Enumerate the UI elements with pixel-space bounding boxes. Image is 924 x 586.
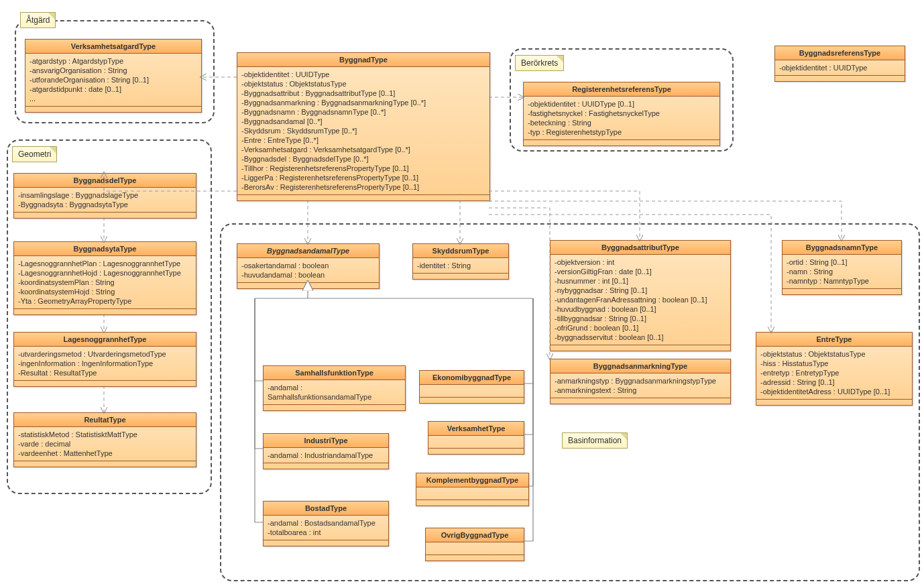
title: IndustriType (264, 434, 388, 448)
title: ByggnadsandamalType (237, 244, 379, 258)
class-EkonomibyggnadType: EkonomibyggnadType (419, 370, 524, 404)
class-ByggnadsnamnType: ByggnadsnamnType -ortid : String [0..1] … (782, 240, 902, 295)
label-berorkrets: Berörkrets (521, 58, 558, 68)
title: LagesnoggrannhetType (14, 333, 196, 347)
class-LagesnoggrannhetType: LagesnoggrannhetType -utvarderingsmetod … (13, 332, 196, 387)
attrs: -objektidentitet : UUIDType [0..1] -fast… (524, 97, 719, 139)
note-basinfo: Basinformation (562, 432, 628, 449)
note-geometri: Geometri (12, 146, 57, 162)
class-VerksamhetsatgardType: VerksamhetsatgardType -atgardstyp : Atga… (25, 39, 202, 113)
class-ByggnadsreferensType: ByggnadsreferensType -objektidentitet : … (774, 46, 905, 82)
class-VerksamhetType: VerksamhetType (428, 421, 524, 455)
title: ByggnadsattributType (551, 241, 730, 255)
attrs: -andamal : IndustriandamalType (264, 448, 388, 463)
attrs: -utvarderingsmetod : UtvarderingsmetodTy… (14, 347, 196, 380)
uml-canvas: { "packages": { "atgard": { "label": "Åt… (0, 0, 924, 586)
attrs: -objektstatus : ObjektstatusType -hiss :… (756, 347, 912, 399)
attrs (420, 385, 524, 397)
label-atgard: Åtgärd (26, 15, 50, 25)
class-ByggnadsdelType: ByggnadsdelType -insamlingslage : Byggna… (13, 173, 196, 219)
class-BostadType: BostadType -andamal : BostadsandamalType… (263, 501, 389, 546)
attrs: -insamlingslage : ByggnadslageType -Bygg… (14, 188, 196, 212)
attrs: -objektversion : int -versionGiltigFran … (551, 255, 730, 345)
attrs: -identitet : String (413, 258, 508, 273)
attrs (426, 542, 524, 554)
title: SkyddsrumType (413, 244, 508, 258)
class-SkyddsrumType: SkyddsrumType -identitet : String (412, 243, 509, 280)
attrs: -osakertandamal : boolean -huvudandamal … (237, 258, 379, 282)
title: ReultatType (14, 413, 196, 427)
attrs: -anmarkningstyp : Byggnadsanmarkningstyp… (551, 373, 730, 398)
class-EntreType: EntreType -objektstatus : ObjektstatusTy… (756, 332, 913, 406)
note-atgard: Åtgärd (20, 12, 56, 28)
attrs (428, 436, 524, 448)
title: EkonomibyggnadType (420, 371, 524, 385)
title: SamhallsfunktionType (264, 366, 405, 380)
attrs (416, 487, 528, 500)
attrs: -ortid : String [0..1] -namn : String -n… (783, 255, 901, 288)
title: ByggnadsnamnType (783, 241, 901, 255)
label-geometri: Geometri (18, 150, 51, 159)
class-ByggnadType: ByggnadType -objektidentitet : UUIDType … (237, 52, 490, 201)
label-basinfo: Basinformation (568, 436, 622, 445)
title: ByggnadsreferensType (775, 46, 905, 60)
attrs: -atgardstyp : AtgardstypType -ansvarigOr… (25, 54, 201, 106)
title: BostadType (264, 502, 388, 516)
attrs: -andamal : BostadsandamalType -totalboar… (264, 516, 388, 540)
title: ByggnadType (237, 53, 489, 67)
class-ByggnadsattributType: ByggnadsattributType -objektversion : in… (550, 240, 731, 351)
class-OvrigByggnadType: OvrigByggnadType (425, 528, 524, 561)
attrs: -objektidentitet : UUIDType -objektstatu… (237, 67, 489, 194)
attrs: -andamal : SamhallsfunktionsandamalType (264, 380, 405, 404)
title: VerksamhetsatgardType (25, 40, 201, 54)
title: KomplementbyggnadType (416, 473, 528, 487)
class-ReultatType: ReultatType -statistiskMetod : Statistis… (13, 412, 196, 467)
title: VerksamhetType (428, 422, 524, 436)
class-ByggnadsytaType: ByggnadsytaType -LagesnoggrannhetPlan : … (13, 241, 196, 315)
class-SamhallsfunktionType: SamhallsfunktionType -andamal : Samhalls… (263, 365, 406, 411)
class-ByggnadsanmarkningType: ByggnadsanmarkningType -anmarkningstyp :… (550, 359, 731, 404)
attrs: -objektidentitet : UUIDType (775, 60, 905, 75)
title: EntreType (756, 333, 912, 347)
note-berorkrets: Berörkrets (515, 55, 564, 71)
class-ByggnadsandamalType: ByggnadsandamalType -osakertandamal : bo… (237, 243, 380, 289)
class-RegisterenhetsreferensType: RegisterenhetsreferensType -objektidenti… (523, 82, 720, 146)
title: ByggnadsytaType (14, 242, 196, 256)
title: ByggnadsdelType (14, 174, 196, 188)
class-KomplementbyggnadType: KomplementbyggnadType (416, 473, 529, 506)
title: ByggnadsanmarkningType (551, 359, 730, 373)
title: RegisterenhetsreferensType (524, 82, 719, 97)
class-IndustriType: IndustriType -andamal : IndustriandamalT… (263, 433, 389, 469)
attrs: -statistiskMetod : StatistisktMattType -… (14, 427, 196, 461)
attrs: -LagesnoggrannhetPlan : Lagesnoggrannhet… (14, 256, 196, 308)
title: OvrigByggnadType (426, 528, 524, 542)
